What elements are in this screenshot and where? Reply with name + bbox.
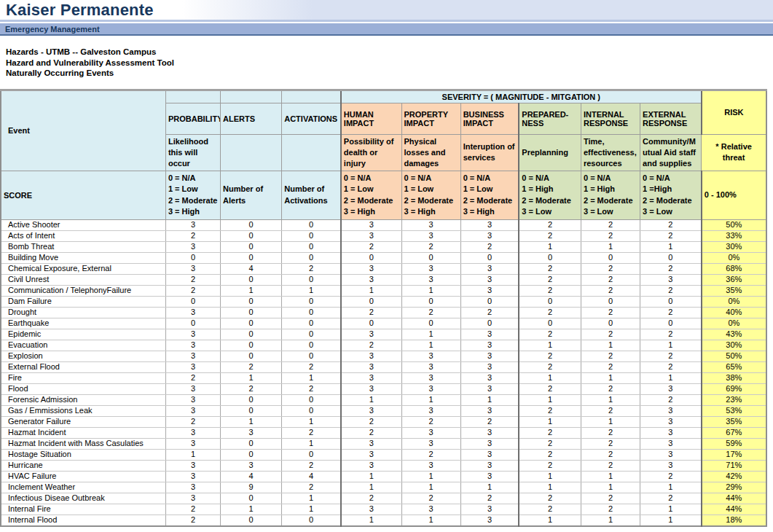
event-cell[interactable]: Earthquake <box>1 318 165 329</box>
score-value-cell[interactable]: 1 <box>221 372 282 383</box>
score-value-cell[interactable]: 1 <box>519 394 581 405</box>
score-value-cell[interactable]: 3 <box>460 405 519 416</box>
event-cell[interactable]: Internal Flood <box>1 515 165 526</box>
score-value-cell[interactable]: 3 <box>341 274 401 285</box>
score-value-cell[interactable]: 1 <box>282 372 341 383</box>
score-value-cell[interactable]: 3 <box>165 219 220 230</box>
event-cell[interactable]: Forensic Admission <box>1 394 165 405</box>
score-value-cell[interactable]: 0 <box>282 318 341 329</box>
score-value-cell[interactable]: 3 <box>640 460 702 471</box>
score-value-cell[interactable]: 1 <box>581 471 640 482</box>
score-value-cell[interactable]: 3 <box>165 340 220 351</box>
score-value-cell[interactable]: 3 <box>460 219 519 230</box>
score-value-cell[interactable]: 3 <box>341 438 401 449</box>
score-value-cell[interactable]: 2 <box>282 460 341 471</box>
score-value-cell[interactable]: 2 <box>640 361 702 372</box>
score-value-cell[interactable]: 1 <box>341 515 401 526</box>
score-value-cell[interactable]: 0 <box>282 241 341 252</box>
score-value-cell[interactable]: 2 <box>640 307 702 318</box>
score-value-cell[interactable]: 3 <box>460 263 519 274</box>
score-value-cell[interactable]: 1 <box>221 504 282 515</box>
score-value-cell[interactable]: 1 <box>401 394 460 405</box>
score-value-cell[interactable]: 1 <box>581 372 640 383</box>
score-value-cell[interactable]: 3 <box>460 460 519 471</box>
score-value-cell[interactable]: 3 <box>460 372 519 383</box>
score-value-cell[interactable]: 0 <box>282 515 341 526</box>
score-value-cell[interactable]: 0 <box>221 493 282 504</box>
score-value-cell[interactable]: 1 <box>519 241 581 252</box>
risk-value-cell[interactable]: 18% <box>702 515 766 526</box>
score-value-cell[interactable]: 1 <box>460 482 519 493</box>
score-value-cell[interactable]: 4 <box>221 263 282 274</box>
score-value-cell[interactable]: 2 <box>401 416 460 427</box>
score-value-cell[interactable]: 2 <box>519 285 581 296</box>
score-value-cell[interactable]: 2 <box>165 416 220 427</box>
score-value-cell[interactable]: 3 <box>165 241 220 252</box>
score-value-cell[interactable]: 2 <box>341 416 401 427</box>
event-cell[interactable]: Active Shooter <box>1 219 165 230</box>
score-value-cell[interactable]: 3 <box>401 274 460 285</box>
score-value-cell[interactable]: 3 <box>401 351 460 361</box>
score-value-cell[interactable]: 3 <box>460 471 519 482</box>
score-value-cell[interactable]: 2 <box>519 263 581 274</box>
score-value-cell[interactable]: 1 <box>401 482 460 493</box>
score-value-cell[interactable]: 2 <box>640 394 702 405</box>
score-value-cell[interactable]: 1 <box>519 416 581 427</box>
score-value-cell[interactable]: 3 <box>165 471 220 482</box>
risk-value-cell[interactable]: 30% <box>702 241 766 252</box>
score-value-cell[interactable]: 2 <box>581 285 640 296</box>
score-value-cell[interactable]: 0 <box>640 296 702 307</box>
score-value-cell[interactable]: 2 <box>640 263 702 274</box>
score-value-cell[interactable]: 2 <box>519 329 581 340</box>
score-value-cell[interactable]: 3 <box>401 438 460 449</box>
score-value-cell[interactable]: 2 <box>519 493 581 504</box>
score-value-cell[interactable]: 2 <box>401 493 460 504</box>
score-value-cell[interactable]: 4 <box>282 471 341 482</box>
score-value-cell[interactable]: 0 <box>519 252 581 263</box>
score-value-cell[interactable]: 2 <box>460 241 519 252</box>
score-value-cell[interactable]: 2 <box>341 307 401 318</box>
score-value-cell[interactable]: 3 <box>640 449 702 460</box>
score-value-cell[interactable]: 0 <box>221 351 282 361</box>
score-value-cell[interactable]: 2 <box>581 383 640 394</box>
score-value-cell[interactable]: 2 <box>581 230 640 241</box>
score-value-cell[interactable]: 3 <box>165 460 220 471</box>
risk-value-cell[interactable]: 71% <box>702 460 766 471</box>
score-value-cell[interactable]: 2 <box>519 383 581 394</box>
score-value-cell[interactable]: 0 <box>221 252 282 263</box>
risk-value-cell[interactable]: 29% <box>702 482 766 493</box>
score-value-cell[interactable]: 2 <box>519 230 581 241</box>
score-value-cell[interactable]: 1 <box>640 241 702 252</box>
score-value-cell[interactable]: 0 <box>221 296 282 307</box>
score-value-cell[interactable]: 3 <box>401 361 460 372</box>
score-value-cell[interactable]: 2 <box>519 427 581 438</box>
risk-value-cell[interactable]: 38% <box>702 372 766 383</box>
score-value-cell[interactable]: 2 <box>401 307 460 318</box>
score-value-cell[interactable]: 3 <box>165 438 220 449</box>
score-value-cell[interactable]: 3 <box>401 460 460 471</box>
score-value-cell[interactable]: 0 <box>221 515 282 526</box>
risk-value-cell[interactable]: 44% <box>702 504 766 515</box>
score-value-cell[interactable]: 1 <box>401 329 460 340</box>
event-cell[interactable]: Evacuation <box>1 340 165 351</box>
score-value-cell[interactable]: 2 <box>341 493 401 504</box>
score-value-cell[interactable]: 0 <box>282 296 341 307</box>
score-value-cell[interactable]: 0 <box>460 252 519 263</box>
score-value-cell[interactable]: 0 <box>221 449 282 460</box>
score-value-cell[interactable]: 3 <box>460 515 519 526</box>
score-value-cell[interactable]: 2 <box>165 285 220 296</box>
score-value-cell[interactable]: 2 <box>519 460 581 471</box>
score-value-cell[interactable]: 0 <box>221 340 282 351</box>
score-value-cell[interactable]: 3 <box>460 438 519 449</box>
score-value-cell[interactable]: 0 <box>640 318 702 329</box>
score-value-cell[interactable]: 3 <box>165 394 220 405</box>
score-value-cell[interactable]: 2 <box>519 449 581 460</box>
score-value-cell[interactable]: 2 <box>581 460 640 471</box>
risk-value-cell[interactable]: 43% <box>702 329 766 340</box>
score-value-cell[interactable]: 2 <box>519 351 581 361</box>
score-value-cell[interactable]: 2 <box>519 219 581 230</box>
score-value-cell[interactable]: 3 <box>341 329 401 340</box>
score-value-cell[interactable]: 0 <box>165 296 220 307</box>
score-value-cell[interactable]: 0 <box>581 296 640 307</box>
event-cell[interactable]: Infectious Diseae Outbreak <box>1 493 165 504</box>
